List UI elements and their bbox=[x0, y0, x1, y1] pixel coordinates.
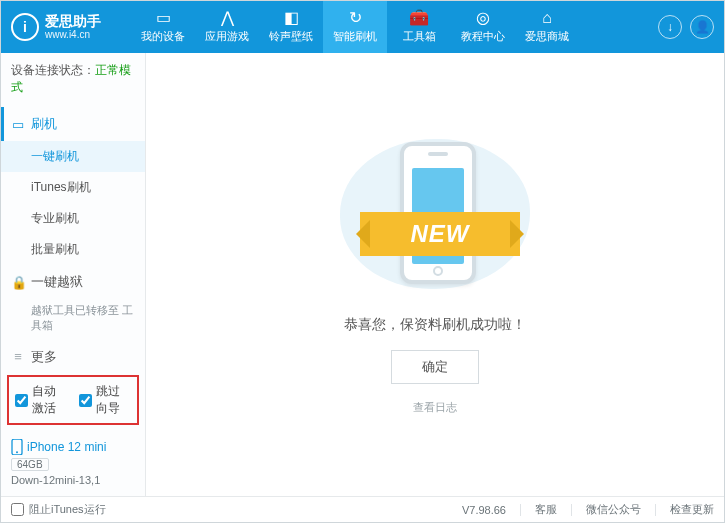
nav-label: 工具箱 bbox=[403, 29, 436, 44]
success-illustration: NEW bbox=[320, 134, 550, 294]
nav-ringtones[interactable]: ◧铃声壁纸 bbox=[259, 1, 323, 53]
auto-activate-checkbox[interactable]: 自动激活 bbox=[15, 383, 67, 417]
sidebar-item-itunes-flash[interactable]: iTunes刷机 bbox=[1, 172, 145, 203]
sidebar-list: ▭ 刷机 一键刷机 iTunes刷机 专业刷机 批量刷机 🔒 一键越狱 越狱工具… bbox=[1, 105, 145, 369]
header-right: ↓ 👤 bbox=[658, 15, 714, 39]
tutorial-icon: ◎ bbox=[476, 10, 490, 26]
nav-flash[interactable]: ↻智能刷机 bbox=[323, 1, 387, 53]
sidebar-item-one-key-flash[interactable]: 一键刷机 bbox=[1, 141, 145, 172]
wechat-link[interactable]: 微信公众号 bbox=[586, 502, 641, 517]
connection-status: 设备连接状态：正常模式 bbox=[1, 53, 145, 105]
phone-icon bbox=[11, 439, 23, 455]
sidebar-item-batch-flash[interactable]: 批量刷机 bbox=[1, 234, 145, 265]
top-nav: ▭我的设备 ⋀应用游戏 ◧铃声壁纸 ↻智能刷机 🧰工具箱 ◎教程中心 ⌂爱思商城 bbox=[131, 1, 658, 53]
sidebar-head-more[interactable]: ≡ 更多 bbox=[1, 340, 145, 369]
version-label: V7.98.66 bbox=[462, 504, 506, 516]
checkbox-label: 跳过向导 bbox=[96, 383, 131, 417]
auto-activate-input[interactable] bbox=[15, 394, 28, 407]
success-message: 恭喜您，保资料刷机成功啦！ bbox=[344, 316, 526, 334]
nav-label: 爱思商城 bbox=[525, 29, 569, 44]
nav-label: 应用游戏 bbox=[205, 29, 249, 44]
view-log-link[interactable]: 查看日志 bbox=[413, 400, 457, 415]
svg-point-1 bbox=[16, 451, 18, 453]
ok-button[interactable]: 确定 bbox=[391, 350, 479, 384]
skip-guide-checkbox[interactable]: 跳过向导 bbox=[79, 383, 131, 417]
flash-options-highlighted: 自动激活 跳过向导 bbox=[7, 375, 139, 425]
customer-service-link[interactable]: 客服 bbox=[535, 502, 557, 517]
device-name[interactable]: iPhone 12 mini bbox=[11, 439, 135, 455]
device-info: iPhone 12 mini 64GB Down-12mini-13,1 bbox=[1, 431, 145, 496]
sidebar-head-flash[interactable]: ▭ 刷机 bbox=[1, 107, 145, 141]
apps-icon: ⋀ bbox=[221, 10, 234, 26]
toolbox-icon: 🧰 bbox=[409, 10, 429, 26]
checkbox-label: 自动激活 bbox=[32, 383, 67, 417]
sidebar-item-pro-flash[interactable]: 专业刷机 bbox=[1, 203, 145, 234]
download-button[interactable]: ↓ bbox=[658, 15, 682, 39]
nav-label: 智能刷机 bbox=[333, 29, 377, 44]
header: i 爱思助手 www.i4.cn ▭我的设备 ⋀应用游戏 ◧铃声壁纸 ↻智能刷机… bbox=[1, 1, 724, 53]
new-ribbon: NEW bbox=[360, 212, 520, 256]
status-label: 设备连接状态： bbox=[11, 63, 95, 77]
logo: i 爱思助手 www.i4.cn bbox=[11, 13, 131, 41]
footer: 阻止iTunes运行 V7.98.66 客服 微信公众号 检查更新 bbox=[1, 496, 724, 522]
app-title: 爱思助手 bbox=[45, 14, 101, 29]
mall-icon: ⌂ bbox=[542, 10, 552, 26]
nav-toolbox[interactable]: 🧰工具箱 bbox=[387, 1, 451, 53]
check-update-link[interactable]: 检查更新 bbox=[670, 502, 714, 517]
skip-guide-input[interactable] bbox=[79, 394, 92, 407]
user-button[interactable]: 👤 bbox=[690, 15, 714, 39]
device-model: Down-12mini-13,1 bbox=[11, 474, 135, 486]
success-panel: NEW 恭喜您，保资料刷机成功啦！ 确定 查看日志 bbox=[320, 134, 550, 415]
jailbreak-note: 越狱工具已转移至 工具箱 bbox=[31, 303, 135, 334]
nav-label: 教程中心 bbox=[461, 29, 505, 44]
block-itunes-input[interactable] bbox=[11, 503, 24, 516]
nav-tutorial[interactable]: ◎教程中心 bbox=[451, 1, 515, 53]
phone-icon: ▭ bbox=[11, 117, 25, 132]
nav-label: 铃声壁纸 bbox=[269, 29, 313, 44]
ringtone-icon: ◧ bbox=[284, 10, 299, 26]
nav-mall[interactable]: ⌂爱思商城 bbox=[515, 1, 579, 53]
app-site: www.i4.cn bbox=[45, 29, 101, 40]
flash-icon: ↻ bbox=[349, 10, 362, 26]
device-capacity: 64GB bbox=[11, 458, 49, 471]
lock-icon: 🔒 bbox=[11, 275, 25, 290]
logo-icon: i bbox=[11, 13, 39, 41]
block-itunes-checkbox[interactable]: 阻止iTunes运行 bbox=[11, 502, 106, 517]
device-icon: ▭ bbox=[156, 10, 171, 26]
sidebar-head-jailbreak[interactable]: 🔒 一键越狱 bbox=[1, 265, 145, 299]
sidebar-head-label: 一键越狱 bbox=[31, 273, 83, 291]
main-content: NEW 恭喜您，保资料刷机成功啦！ 确定 查看日志 bbox=[146, 53, 724, 496]
sidebar-head-label: 更多 bbox=[31, 348, 57, 366]
device-name-text: iPhone 12 mini bbox=[27, 440, 106, 454]
sidebar-head-label: 刷机 bbox=[31, 115, 57, 133]
nav-my-device[interactable]: ▭我的设备 bbox=[131, 1, 195, 53]
list-icon: ≡ bbox=[11, 349, 25, 364]
nav-apps-games[interactable]: ⋀应用游戏 bbox=[195, 1, 259, 53]
checkbox-label: 阻止iTunes运行 bbox=[29, 502, 106, 517]
nav-label: 我的设备 bbox=[141, 29, 185, 44]
sidebar: 设备连接状态：正常模式 ▭ 刷机 一键刷机 iTunes刷机 专业刷机 批量刷机… bbox=[1, 53, 146, 496]
